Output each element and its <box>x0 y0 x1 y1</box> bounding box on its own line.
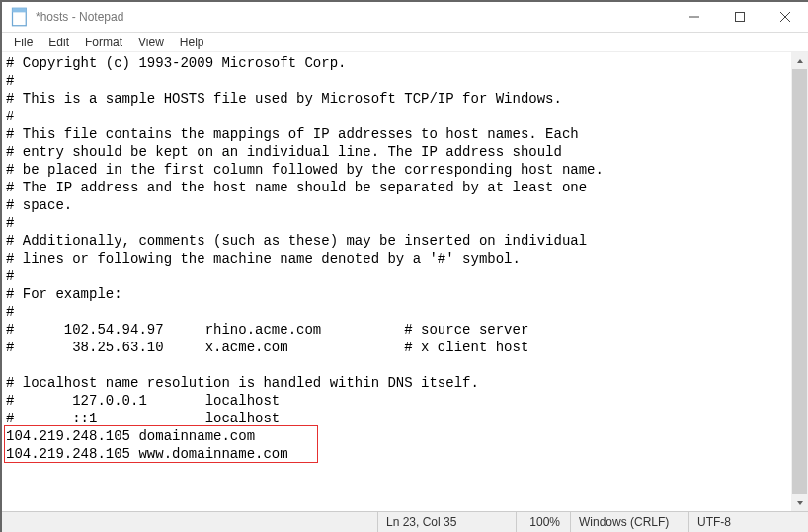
menu-file[interactable]: File <box>6 34 40 51</box>
notepad-app-icon <box>10 7 30 27</box>
statusbar: Ln 23, Col 35 100% Windows (CRLF) UTF-8 <box>2 511 808 532</box>
window-title: *hosts - Notepad <box>36 10 123 24</box>
close-button[interactable] <box>763 2 808 32</box>
svg-rect-3 <box>736 13 745 22</box>
svg-rect-1 <box>13 8 27 12</box>
minimize-button[interactable] <box>672 2 717 32</box>
menu-format[interactable]: Format <box>77 34 130 51</box>
titlebar: *hosts - Notepad <box>2 2 808 33</box>
menu-view[interactable]: View <box>130 34 172 51</box>
menu-help[interactable]: Help <box>172 34 212 51</box>
maximize-button[interactable] <box>717 2 763 32</box>
vertical-scrollbar[interactable] <box>791 52 808 511</box>
status-line-ending: Windows (CRLF) <box>570 512 688 532</box>
status-cursor-position: Ln 23, Col 35 <box>377 512 516 532</box>
editor-area: # Copyright (c) 1993-2009 Microsoft Corp… <box>2 52 808 511</box>
status-zoom: 100% <box>516 512 570 532</box>
scrollbar-thumb[interactable] <box>792 69 807 494</box>
status-encoding: UTF-8 <box>688 512 808 532</box>
menubar: File Edit Format View Help <box>2 33 808 52</box>
scroll-up-arrow-icon[interactable] <box>791 52 808 69</box>
scroll-down-arrow-icon[interactable] <box>791 494 808 511</box>
text-editor[interactable]: # Copyright (c) 1993-2009 Microsoft Corp… <box>2 52 791 511</box>
scrollbar-track[interactable] <box>791 69 808 494</box>
menu-edit[interactable]: Edit <box>40 34 77 51</box>
